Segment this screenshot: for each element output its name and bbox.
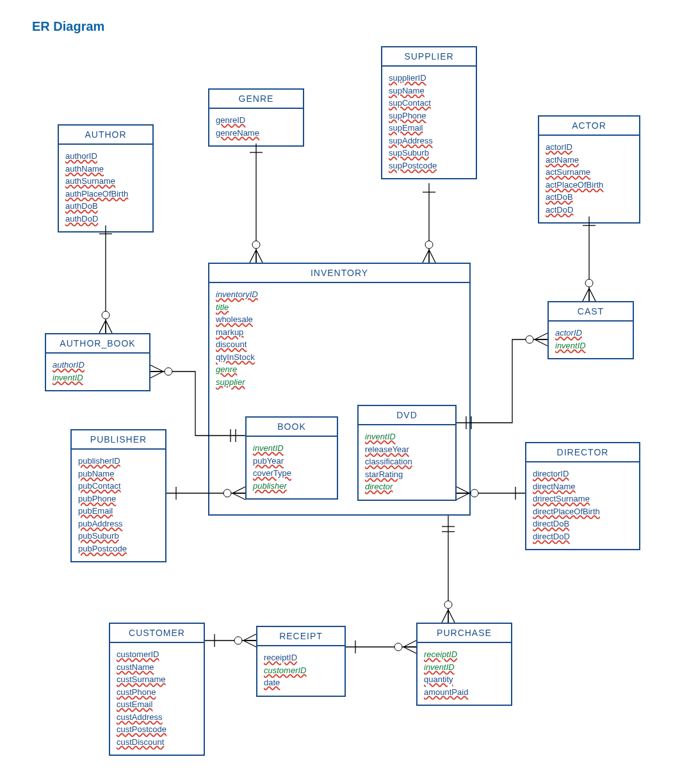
- attr: genre: [216, 363, 463, 376]
- attr: supEmail: [389, 122, 469, 135]
- entity-dvd: DVD inventID releaseYear classification …: [357, 405, 457, 501]
- attr: authorID: [65, 150, 146, 163]
- entity-director-title: DIRECTOR: [526, 443, 639, 462]
- entity-actor: ACTOR actorID actName actSurname actPlac…: [538, 115, 640, 224]
- attr: pubAddress: [78, 518, 159, 530]
- attr: supPostcode: [389, 159, 469, 172]
- attr: authPlaceOfBirth: [65, 188, 146, 200]
- attr: supContact: [389, 97, 469, 110]
- entity-actor-title: ACTOR: [539, 117, 639, 136]
- attr: supName: [389, 85, 469, 97]
- attr: inventoryID: [216, 288, 463, 301]
- attr: pubYear: [253, 455, 330, 468]
- attr: inventID: [365, 430, 449, 443]
- entity-customer: CUSTOMER customerID custName custSurname…: [109, 623, 205, 756]
- attr: pubContact: [78, 480, 159, 493]
- entity-publisher: PUBLISHER publisherID pubName pubContact…: [70, 429, 166, 562]
- attr: pubEmail: [78, 505, 159, 518]
- attr: customerID: [117, 648, 197, 661]
- entity-inventory-title: INVENTORY: [209, 264, 469, 283]
- attr: supplier: [216, 376, 463, 389]
- attr: authDoB: [65, 200, 146, 213]
- svg-point-34: [394, 643, 402, 651]
- attr: markup: [216, 326, 463, 339]
- attr: inventID: [53, 372, 143, 384]
- svg-point-3: [102, 311, 109, 319]
- svg-point-9: [425, 241, 433, 249]
- entity-author-title: AUTHOR: [59, 126, 152, 145]
- attr: customerID: [264, 664, 338, 677]
- attr: coverType: [253, 467, 330, 480]
- attr: actSurname: [546, 166, 633, 179]
- attr: discount: [216, 338, 463, 351]
- attr: supAddress: [389, 135, 469, 147]
- page-title: ER Diagram: [32, 19, 104, 34]
- attr: custName: [117, 661, 197, 674]
- svg-point-31: [234, 637, 242, 644]
- attr: custPostcode: [117, 723, 197, 736]
- attr: custDiscount: [117, 736, 197, 749]
- attr: pubPhone: [78, 493, 159, 505]
- attr: custAddress: [117, 711, 197, 724]
- attr: inventID: [424, 661, 505, 674]
- entity-cast: CAST actorID inventID: [547, 301, 634, 359]
- attr: quantity: [424, 673, 505, 686]
- attr: classification: [365, 455, 449, 468]
- attr: inventID: [253, 442, 330, 455]
- entity-author-book-title: AUTHOR_BOOK: [46, 334, 149, 354]
- attr: directDoB: [533, 518, 633, 530]
- entity-customer-title: CUSTOMER: [110, 624, 204, 643]
- attr: actDoD: [546, 204, 633, 216]
- attr: pubSuburb: [78, 530, 159, 543]
- svg-point-24: [471, 489, 478, 497]
- entity-receipt-title: RECEIPT: [257, 627, 344, 646]
- attr: director: [365, 480, 449, 493]
- attr: receiptID: [264, 651, 338, 664]
- attr: date: [264, 676, 338, 689]
- attr: supSuburb: [389, 147, 469, 159]
- attr: starRating: [365, 468, 449, 481]
- svg-point-6: [252, 241, 260, 249]
- entity-supplier-title: SUPPLIER: [382, 47, 476, 67]
- entity-dvd-title: DVD: [359, 406, 455, 425]
- attr: drirectSurname: [533, 493, 633, 505]
- entity-purchase-title: PURCHASE: [417, 624, 511, 643]
- attr: publisherID: [78, 455, 159, 468]
- attr: actPlaceOfBirth: [546, 179, 633, 192]
- attr: qtyInStock: [216, 351, 463, 364]
- attr: genreID: [216, 114, 296, 127]
- attr: custPhone: [117, 686, 197, 699]
- entity-cast-title: CAST: [549, 302, 633, 322]
- svg-point-13: [165, 368, 172, 375]
- attr: amountPaid: [424, 686, 505, 699]
- attr: receiptID: [424, 648, 505, 661]
- attr: custSurname: [117, 673, 197, 686]
- attr: pubPostcode: [78, 543, 159, 555]
- svg-point-28: [444, 601, 452, 608]
- entity-publisher-title: PUBLISHER: [72, 430, 165, 450]
- attr: releaseYear: [365, 443, 449, 456]
- attr: actorID: [546, 141, 633, 154]
- entity-director: DIRECTOR directorID directName drirectSu…: [525, 442, 640, 550]
- attr: supPhone: [389, 110, 469, 122]
- attr: directDoD: [533, 530, 633, 543]
- attr: authName: [65, 163, 146, 176]
- attr: genreName: [216, 127, 296, 140]
- entity-genre: GENRE genreID genreName: [208, 88, 304, 147]
- entity-book: BOOK inventID pubYear coverType publishe…: [245, 416, 338, 500]
- attr: actDoB: [546, 191, 633, 204]
- attr: supplierID: [389, 72, 469, 85]
- entity-author-book: AUTHOR_BOOK authorID inventID: [45, 333, 150, 391]
- attr: directName: [533, 480, 633, 493]
- entity-receipt: RECEIPT receiptID customerID date: [256, 626, 346, 697]
- attr: custEmail: [117, 698, 197, 711]
- attr: pubName: [78, 468, 159, 480]
- attr: actName: [546, 154, 633, 167]
- entity-purchase: PURCHASE receiptID inventID quantity amo…: [416, 623, 512, 706]
- entity-book-title: BOOK: [247, 418, 337, 437]
- attr: directorID: [533, 468, 633, 480]
- attr: title: [216, 301, 463, 314]
- attr: actorID: [555, 327, 626, 339]
- svg-point-16: [526, 336, 533, 343]
- attr: directPlaceOfBirth: [533, 505, 633, 518]
